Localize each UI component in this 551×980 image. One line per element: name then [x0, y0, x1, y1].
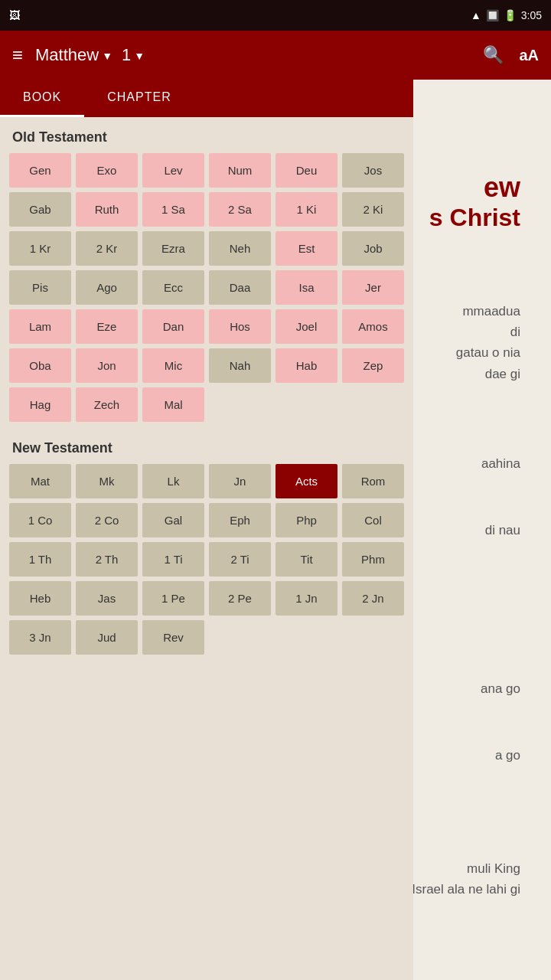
book-dropdown-arrow: ▼ — [102, 50, 112, 62]
nt-book-php[interactable]: Php — [276, 503, 337, 537]
ot-book-ecc[interactable]: Ecc — [142, 270, 204, 305]
nt-book-1co[interactable]: 1 Co — [9, 503, 71, 537]
nt-book-acts[interactable]: Acts — [276, 464, 337, 498]
ot-book-neh[interactable]: Neh — [209, 231, 271, 266]
book-selector-button[interactable]: Matthew ▼ — [35, 45, 112, 65]
status-left: 🖼 — [9, 9, 20, 21]
top-icons: 🔍 aA — [483, 45, 539, 65]
ot-book-1kr[interactable]: 1 Kr — [9, 231, 71, 266]
nt-book-lk[interactable]: Lk — [142, 464, 204, 498]
nt-book-mat[interactable]: Mat — [9, 464, 71, 498]
ot-book-ago[interactable]: Ago — [76, 270, 138, 305]
nt-book-phm[interactable]: Phm — [342, 542, 404, 577]
nt-book-2ti[interactable]: 2 Ti — [209, 542, 271, 577]
chapter-dropdown-arrow: ▼ — [134, 50, 145, 62]
tab-book[interactable]: BOOK — [0, 80, 84, 117]
nt-book-1ti[interactable]: 1 Ti — [142, 542, 204, 577]
ot-book-isa[interactable]: Isa — [276, 270, 337, 305]
ot-book-2sa[interactable]: 2 Sa — [209, 192, 271, 227]
ot-book-joel[interactable]: Joel — [276, 309, 337, 344]
ot-book-eze[interactable]: Eze — [76, 309, 138, 344]
clock: 3:05 — [521, 9, 542, 21]
ot-book-ruth[interactable]: Ruth — [76, 192, 138, 227]
nt-book-gal[interactable]: Gal — [142, 503, 204, 537]
ot-book-hag[interactable]: Hag — [9, 387, 71, 422]
nt-book-1th[interactable]: 1 Th — [9, 542, 71, 577]
nt-book-heb[interactable]: Heb — [9, 581, 71, 616]
ot-book-pis[interactable]: Pis — [9, 270, 71, 305]
nt-book-rev[interactable]: Rev — [142, 620, 204, 655]
nt-book-jas[interactable]: Jas — [76, 581, 138, 616]
search-icon[interactable]: 🔍 — [483, 45, 504, 65]
ot-book-lam[interactable]: Lam — [9, 309, 71, 344]
hamburger-menu[interactable]: ≡ — [12, 44, 23, 66]
ot-book-amos[interactable]: Amos — [342, 309, 404, 344]
nt-book-2th[interactable]: 2 Th — [76, 542, 138, 577]
ot-book-lev[interactable]: Lev — [142, 153, 204, 188]
nt-book-1pe[interactable]: 1 Pe — [142, 581, 204, 616]
ot-book-jer[interactable]: Jer — [342, 270, 404, 305]
ot-book-gen[interactable]: Gen — [9, 153, 71, 188]
nt-book-jn[interactable]: Jn — [209, 464, 271, 498]
status-right: ▲ 🔲 🔋 3:05 — [471, 9, 542, 21]
tab-chapter[interactable]: CHAPTER — [84, 80, 194, 117]
ot-book-oba[interactable]: Oba — [9, 348, 71, 383]
top-bar: ≡ Matthew ▼ 1 ▼ 🔍 aA — [0, 31, 551, 80]
wifi-icon: ▲ — [471, 9, 481, 21]
ot-book-nah[interactable]: Nah — [209, 348, 271, 383]
book-chapter-overlay: BOOK CHAPTER Old Testament GenExoLevNumD… — [0, 80, 413, 980]
ot-book-num[interactable]: Num — [209, 153, 271, 188]
new-testament-header: New Testament — [0, 428, 413, 464]
ot-book-job[interactable]: Job — [342, 231, 404, 266]
ot-book-dan[interactable]: Dan — [142, 309, 204, 344]
nt-book-tit[interactable]: Tit — [276, 542, 337, 577]
ot-book-mic[interactable]: Mic — [142, 348, 204, 383]
nt-book-2co[interactable]: 2 Co — [76, 503, 138, 537]
ot-book-jos[interactable]: Jos — [342, 153, 404, 188]
book-chapter-selector: Matthew ▼ 1 ▼ — [35, 45, 471, 65]
nt-book-2jn[interactable]: 2 Jn — [342, 581, 404, 616]
ot-book-zech[interactable]: Zech — [76, 387, 138, 422]
tabs-bar: BOOK CHAPTER — [0, 80, 413, 117]
nt-book-mk[interactable]: Mk — [76, 464, 138, 498]
battery-icon: 🔋 — [504, 9, 517, 21]
ot-book-daa[interactable]: Daa — [209, 270, 271, 305]
ot-book-gab[interactable]: Gab — [9, 192, 71, 227]
ot-book-exo[interactable]: Exo — [76, 153, 138, 188]
nt-book-rom[interactable]: Rom — [342, 464, 404, 498]
nt-book-3jn[interactable]: 3 Jn — [9, 620, 71, 655]
photo-icon: 🖼 — [9, 9, 20, 21]
chapter-number: 1 — [122, 45, 131, 65]
ot-book-2ki[interactable]: 2 Ki — [342, 192, 404, 227]
ot-book-mal[interactable]: Mal — [142, 387, 204, 422]
ot-book-zep[interactable]: Zep — [342, 348, 404, 383]
ot-book-hos[interactable]: Hos — [209, 309, 271, 344]
status-bar: 🖼 ▲ 🔲 🔋 3:05 — [0, 0, 551, 31]
nt-book-1jn[interactable]: 1 Jn — [276, 581, 337, 616]
nt-book-grid: MatMkLkJnActsRom1 Co2 CoGalEphPhpCol1 Th… — [0, 464, 413, 661]
ot-book-est[interactable]: Est — [276, 231, 337, 266]
ot-book-1ki[interactable]: 1 Ki — [276, 192, 337, 227]
ot-book-jon[interactable]: Jon — [76, 348, 138, 383]
ot-book-hab[interactable]: Hab — [276, 348, 337, 383]
chapter-selector-button[interactable]: 1 ▼ — [122, 45, 145, 65]
ot-book-2kr[interactable]: 2 Kr — [76, 231, 138, 266]
ot-book-ezra[interactable]: Ezra — [142, 231, 204, 266]
nt-book-jud[interactable]: Jud — [76, 620, 138, 655]
ot-book-1sa[interactable]: 1 Sa — [142, 192, 204, 227]
ot-book-deu[interactable]: Deu — [276, 153, 337, 188]
nt-book-2pe[interactable]: 2 Pe — [209, 581, 271, 616]
book-name: Matthew — [35, 45, 99, 65]
signal-icon: 🔲 — [486, 9, 499, 21]
ot-book-grid: GenExoLevNumDeuJosGabRuth1 Sa2 Sa1 Ki2 K… — [0, 153, 413, 428]
old-testament-header: Old Testament — [0, 117, 413, 153]
nt-book-col[interactable]: Col — [342, 503, 404, 537]
font-size-icon[interactable]: aA — [519, 47, 539, 64]
nt-book-eph[interactable]: Eph — [209, 503, 271, 537]
